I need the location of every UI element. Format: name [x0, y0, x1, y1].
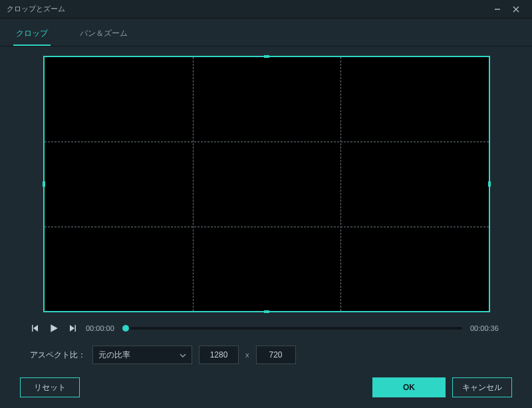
grid-line: [193, 57, 194, 311]
crop-handle-left[interactable]: [43, 181, 45, 187]
crop-handle-top[interactable]: [264, 55, 269, 58]
aspect-controls: アスペクト比： 元の比率 1280 x 720: [0, 340, 532, 369]
window-title: クロップとズーム: [7, 4, 488, 14]
aspect-label: アスペクト比：: [30, 350, 86, 361]
width-input[interactable]: 1280: [199, 346, 239, 364]
aspect-select[interactable]: 元の比率: [92, 346, 192, 364]
svg-rect-4: [32, 325, 33, 332]
crop-handle-bl[interactable]: [43, 306, 50, 312]
chevron-down-icon: [180, 352, 186, 359]
slider-thumb[interactable]: [122, 325, 129, 332]
tab-bar: クロップ パン＆ズーム: [0, 19, 532, 47]
time-duration: 00:00:36: [470, 324, 502, 332]
grid-line: [340, 57, 341, 311]
crop-handle-br[interactable]: [483, 306, 490, 312]
titlebar: クロップとズーム: [0, 0, 532, 19]
crop-rectangle[interactable]: [43, 56, 490, 312]
crop-handle-right[interactable]: [488, 181, 491, 187]
playback-slider[interactable]: [126, 327, 462, 330]
footer-bar: リセット OK キャンセル: [0, 369, 532, 405]
reset-button[interactable]: リセット: [20, 377, 80, 397]
cancel-button[interactable]: キャンセル: [452, 377, 512, 397]
aspect-selected: 元の比率: [98, 350, 180, 361]
grid-line: [45, 142, 489, 142]
crop-handle-tr[interactable]: [483, 56, 490, 62]
prev-frame-button[interactable]: [30, 323, 41, 334]
svg-marker-6: [70, 325, 74, 332]
svg-rect-7: [75, 325, 76, 332]
next-frame-button[interactable]: [67, 323, 78, 334]
playback-bar: 00:00:00 00:00:36: [0, 320, 532, 340]
ok-button[interactable]: OK: [372, 377, 446, 397]
svg-marker-3: [33, 325, 38, 332]
crop-handle-bottom[interactable]: [264, 310, 269, 313]
preview-area: [30, 54, 502, 315]
play-button[interactable]: [49, 323, 59, 334]
close-button[interactable]: [507, 3, 525, 16]
minimize-button[interactable]: [488, 3, 507, 16]
tab-panzoom[interactable]: パン＆ズーム: [77, 24, 130, 46]
crop-handle-tl[interactable]: [43, 56, 50, 62]
height-input[interactable]: 720: [256, 346, 296, 364]
dimension-separator: x: [245, 351, 249, 359]
time-current: 00:00:00: [86, 324, 118, 332]
grid-line: [45, 227, 489, 227]
svg-marker-5: [51, 324, 58, 332]
tab-crop[interactable]: クロップ: [13, 24, 51, 46]
